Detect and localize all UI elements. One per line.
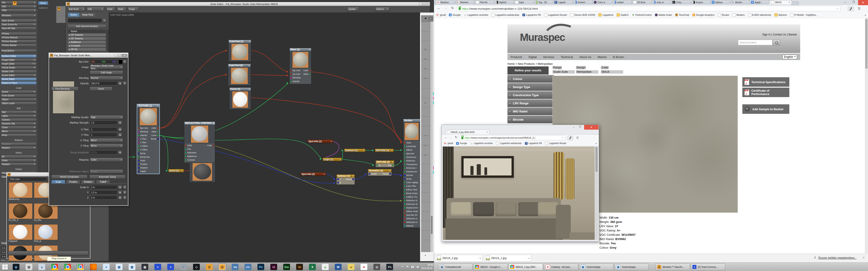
- bookmark-lagadrimi-vez-rl-s[interactable]: ⌂Lagadrimi vezérlés: [470, 142, 493, 145]
- browser-tab-be-rkez[interactable]: MBeérkez✕: [435, 0, 458, 4]
- download-caret[interactable]: ▾: [527, 257, 530, 260]
- download-item-08a18-1-jpg[interactable]: 08A18_1.jpg▾: [484, 255, 531, 262]
- stepper-buttons[interactable]: ◀▶: [118, 127, 122, 131]
- taskbar-button-08a18-2-jpg-800-[interactable]: 08A18_2.jpg (800...: [508, 264, 543, 270]
- taskbar-icon-pcp[interactable]: pcp: [245, 264, 251, 270]
- download-item-08a18-2-jpg[interactable]: 08A18_2.jpg▾: [435, 255, 483, 262]
- stepper-buttons[interactable]: ◀▶: [118, 121, 122, 125]
- toolbar-redo[interactable]: Redo: [117, 7, 126, 11]
- popup-address-bar[interactable]: https://www.muraspec.com/images/products…: [460, 135, 565, 140]
- button-world-coordinates[interactable]: World Coordinates: [51, 175, 88, 179]
- taskbar-icon-media-encoder[interactable]: ▧: [142, 264, 148, 270]
- address-bar[interactable]: https://www.muraspec.com/metropolitan-c-…: [457, 6, 841, 11]
- bookmark-adobe-kuler[interactable]: KAdobe Kuler: [655, 13, 672, 16]
- node-category-dp-kit[interactable]: ▸ DP Kit: [68, 48, 106, 51]
- taskbar-icon-folders[interactable]: ▰: [348, 264, 354, 270]
- search-dropdown-button[interactable]: ▼: [102, 18, 106, 23]
- taskbar-icon-photoshop[interactable]: Ps: [257, 264, 264, 270]
- tray-flag-icon[interactable]: ⚑: [405, 265, 410, 269]
- bookmark-lagadrimi-web-ruh-z[interactable]: Lagadrimi webáruház: [496, 142, 522, 145]
- sidebar-item-virtual-studio[interactable]: Virtual Studio▼: [1, 66, 37, 69]
- menu-edit[interactable]: Edit▼: [1, 5, 37, 8]
- browser-tab-08a18[interactable]: 08A18✕: [769, 0, 792, 4]
- sidebar-item-all[interactable]: All▼: [1, 155, 37, 158]
- param-v-tiles[interactable]: 1: [90, 133, 117, 137]
- bookmark-modem[interactable]: Modem: [733, 13, 745, 16]
- taskbar-icon-chrome-1[interactable]: [51, 264, 58, 270]
- sidebar-item-lights[interactable]: Lights▼: [1, 114, 37, 118]
- bookmark-lagadrimi-router[interactable]: Lagadrimi Router: [545, 142, 566, 145]
- param-scale-x[interactable]: 2 m: [90, 185, 117, 189]
- menu-help[interactable]: Help▼: [1, 8, 37, 12]
- window-restore-button[interactable]: ❐: [849, 0, 858, 5]
- bookmark-lagadrimi-router[interactable]: Lagadrimi Router: [544, 13, 567, 16]
- language-select[interactable]: English▾: [782, 55, 797, 59]
- taskbar-icon-internet-explorer[interactable]: e: [103, 264, 110, 270]
- preset-swatch-Fa_Dio_F[interactable]: [8, 203, 33, 219]
- tab-close-icon[interactable]: ✕: [532, 1, 535, 3]
- sidebar-item-scene[interactable]: Scene^O: [1, 90, 37, 94]
- dropdown-button[interactable]: ▼: [429, 17, 433, 20]
- sidebar-item-surface-editor[interactable]: Surface EditorF5: [1, 55, 37, 58]
- sidebar-item-order[interactable]: Order▼: [1, 159, 37, 162]
- filter-lrv-range[interactable]: LRV Range: [507, 99, 554, 107]
- sidebar-item-array[interactable]: Array: [1, 133, 37, 137]
- filter-design-type[interactable]: Design Type: [507, 83, 554, 91]
- window-close-button[interactable]: ✕: [858, 0, 868, 5]
- sidebar-item-krayoptions[interactable]: KrayOptions: [1, 49, 37, 53]
- sidebar-item-scene-editor[interactable]: Scene Editor▼: [1, 74, 37, 77]
- tab-close-icon[interactable]: ✕: [453, 1, 456, 3]
- browser-tab-l-gifot-[interactable]: légifotó✕: [494, 0, 517, 4]
- sidebar-item-clone[interactable]: Clone▼: [1, 126, 37, 129]
- taskbar-button-modeler-newte-[interactable]: @Modeler™ NewTe...: [655, 264, 690, 270]
- nav-services[interactable]: Services: [543, 55, 554, 59]
- tray-network-icon[interactable]: ▮▮: [410, 265, 414, 269]
- tab-falloff[interactable]: Falloff: [96, 180, 110, 183]
- param-bump-amplitude[interactable]: 0.0 %: [90, 150, 117, 155]
- sidebar-item-replace[interactable]: Replace▼: [1, 146, 37, 149]
- menu-button[interactable]: ☰: [856, 6, 863, 11]
- taskbar-button-08a18-google-c-[interactable]: 08A18 - Google C...: [473, 264, 508, 270]
- param-z[interactable]: 2 m: [90, 196, 117, 200]
- browser-tab-bontem[interactable]: 8bontem✕: [572, 0, 595, 4]
- taskbar-icon-screenshot[interactable]: ◎: [373, 264, 380, 270]
- stepper-buttons[interactable]: ◀▶: [118, 196, 122, 200]
- button-add-sample-to-basket[interactable]: +Add Sample to Basket: [742, 104, 789, 114]
- param-button[interactable]: Edit Image: [90, 70, 123, 74]
- search-button[interactable]: [773, 40, 780, 46]
- button-technical-specifications[interactable]: Technical Specifications: [742, 77, 789, 87]
- scrollbar-thumb[interactable]: [431, 216, 433, 234]
- forward-button[interactable]: →: [448, 135, 453, 140]
- start-button[interactable]: [2, 264, 10, 270]
- tab-close-icon[interactable]: ✕: [787, 1, 790, 3]
- node-category-3d-textures[interactable]: ▸ 3D Textures: [68, 37, 106, 40]
- sidebar-item-studio-live[interactable]: Studio LIVE: [1, 70, 37, 73]
- tab-close-icon[interactable]: ✕: [611, 1, 613, 3]
- invert-button[interactable]: Invert: [90, 87, 112, 91]
- taskbar-icon-viewer[interactable]: ▲: [38, 264, 45, 270]
- taskbar-icon-firefox[interactable]: [90, 264, 97, 270]
- envelope-button[interactable]: E: [123, 196, 127, 200]
- taskbar-icon-indesign[interactable]: Id: [270, 264, 277, 270]
- taskbar-icon-excel[interactable]: X: [309, 264, 316, 270]
- params-titlebar[interactable]: MFal_Muraspec Studio Suite Metr...–▢✕: [49, 53, 128, 58]
- param-reference-object[interactable]: (none)▼: [90, 169, 123, 173]
- taskbar-icon-lightwave-modeler[interactable]: @: [219, 264, 225, 270]
- bookmark-lagadrimi-vez-rl-s[interactable]: ⌂Lagadrimi vezérlés: [464, 13, 488, 16]
- taskbar-icon-total-commander-1[interactable]: ≡: [154, 264, 161, 270]
- scrollbar-thumb[interactable]: [865, 19, 868, 69]
- new-tab-button[interactable]: [791, 1, 799, 5]
- taskbar-icon-chrome-2[interactable]: [64, 264, 71, 270]
- bookmark-euro-ellen-rz-s[interactable]: EURO ellenőrzés: [748, 13, 771, 16]
- bookmark-gmail[interactable]: Mgmail: [443, 142, 453, 145]
- forward-button[interactable]: →: [443, 6, 448, 11]
- update-button[interactable]: Update: [347, 7, 359, 11]
- sidebar-item-null[interactable]: Null^N: [1, 110, 37, 114]
- tab-items[interactable]: Items: [38, 1, 48, 5]
- tray-expand-icon[interactable]: ▲: [401, 265, 405, 269]
- sidebar-item-mirror[interactable]: Mirror+V: [1, 130, 37, 133]
- taskbar-button-feladatkezel-[interactable]: ▤Feladatkezelő: [438, 264, 472, 270]
- stepper-buttons[interactable]: ◀▶: [118, 191, 122, 195]
- minimize-button[interactable]: –: [419, 2, 422, 5]
- node-category-constant[interactable]: ▸ Constant: [68, 44, 106, 47]
